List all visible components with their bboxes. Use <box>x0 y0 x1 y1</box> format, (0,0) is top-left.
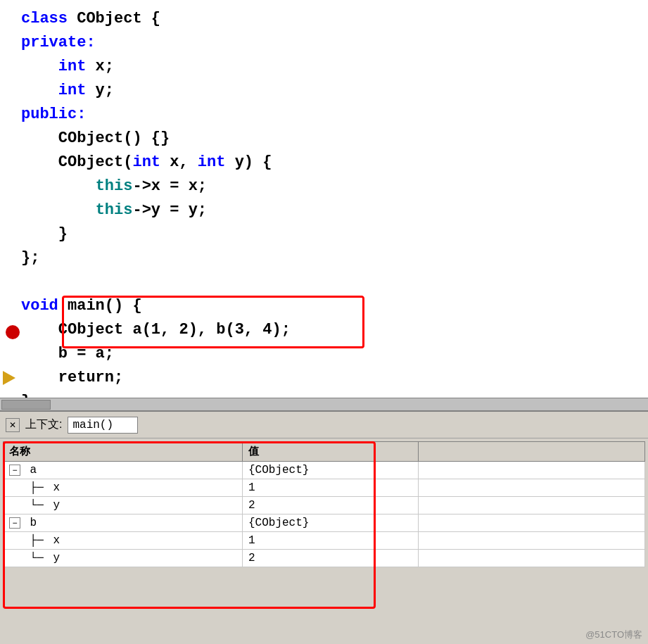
debugger-panel: ✕ 上下文: main() 名称 值 − a <box>0 410 648 644</box>
var-b-expand-icon[interactable]: − <box>9 517 20 529</box>
code-line-12 <box>21 270 648 294</box>
code-line-11: }; <box>21 246 648 270</box>
code-line-3: int x; <box>21 55 648 79</box>
var-b-row[interactable]: − b {CObject} <box>4 514 645 532</box>
context-label: 上下文: <box>25 417 62 432</box>
extra-column-header <box>419 442 645 462</box>
code-line-1: class CObject { <box>21 7 648 31</box>
execution-arrow <box>3 371 15 385</box>
var-a-value: {CObject} <box>243 462 419 479</box>
var-a-y-row: └─ y 2 <box>4 497 645 514</box>
debugger-toolbar: ✕ 上下文: main() <box>0 412 648 438</box>
debugger-close-button[interactable]: ✕ <box>6 418 20 432</box>
code-line-14: CObject a(1, 2), b(3, 4); <box>21 318 648 342</box>
code-line-15: b = a; <box>21 342 648 366</box>
table-header-row: 名称 值 <box>4 442 645 462</box>
var-a-y-value: 2 <box>243 497 419 514</box>
code-line-10: } <box>21 222 648 246</box>
var-a-y-name: └─ y <box>4 497 243 514</box>
var-b-y-value: 2 <box>243 550 419 567</box>
var-b-y-name: └─ y <box>4 550 243 567</box>
var-b-name: − b <box>4 514 243 532</box>
code-line-5: public: <box>21 103 648 127</box>
var-a-x-row: ├─ x 1 <box>4 479 645 497</box>
var-b-x-name: ├─ x <box>4 532 243 550</box>
breakpoint-indicator <box>6 325 20 339</box>
code-line-9: this->y = y; <box>21 198 648 222</box>
var-a-x-name: ├─ x <box>4 479 243 497</box>
var-a-name: − a <box>4 462 243 479</box>
code-editor: class CObject { private: int x; int y; p… <box>0 0 648 398</box>
var-b-x-row: ├─ x 1 <box>4 532 645 550</box>
var-b-y-row: └─ y 2 <box>4 550 645 567</box>
var-a-expand-icon[interactable]: − <box>9 465 20 476</box>
code-line-16: return; <box>21 366 648 390</box>
horizontal-scrollbar[interactable] <box>0 398 648 410</box>
code-line-8: this->x = x; <box>21 175 648 198</box>
code-line-2: private: <box>21 31 648 55</box>
watermark: @51CTO博客 <box>585 629 642 641</box>
var-b-x-value: 1 <box>243 532 419 550</box>
code-line-13: void main() { <box>21 294 648 318</box>
code-line-4: int y; <box>21 79 648 103</box>
var-a-x-value: 1 <box>243 479 419 497</box>
code-line-7: CObject(int x, int y) { <box>21 151 648 175</box>
context-value: main() <box>68 417 138 434</box>
name-column-header: 名称 <box>4 442 243 462</box>
value-column-header: 值 <box>243 442 419 462</box>
var-b-value: {CObject} <box>243 514 419 532</box>
scrollbar-thumb[interactable] <box>1 400 51 410</box>
variables-table: 名称 值 − a {CObject} <box>3 441 645 567</box>
code-line-17: } <box>21 390 648 398</box>
code-line-6: CObject() {} <box>21 127 648 151</box>
var-a-row[interactable]: − a {CObject} <box>4 462 645 479</box>
variables-wrapper: 名称 值 − a {CObject} <box>0 438 648 570</box>
